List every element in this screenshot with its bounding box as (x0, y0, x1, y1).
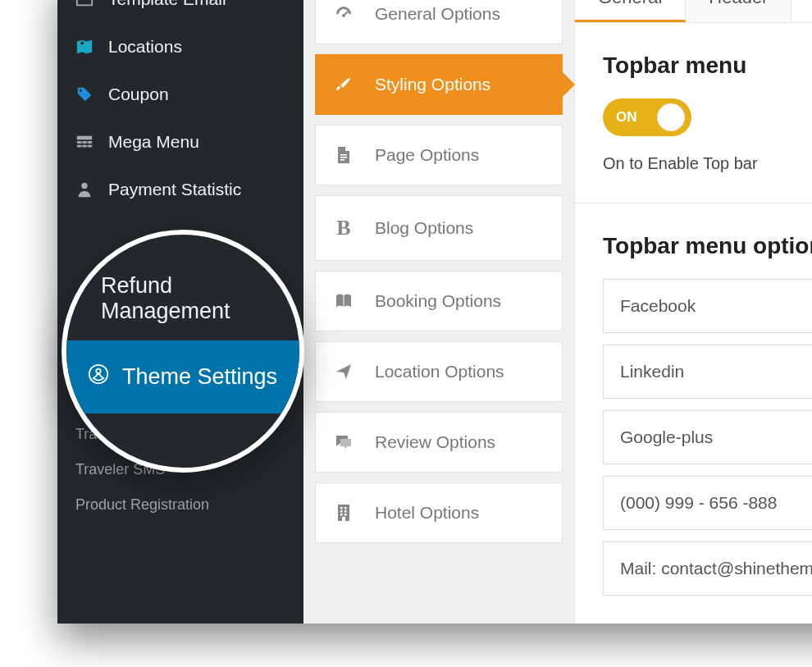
option-label: Page Options (375, 145, 479, 165)
magnifier-callout: Refund Management Theme Settings (62, 230, 304, 473)
options-column: General Options Styling Options Page Opt… (303, 0, 574, 624)
svg-rect-11 (340, 154, 347, 156)
svg-point-9 (81, 183, 87, 189)
option-booking[interactable]: Booking Options (315, 271, 563, 331)
map-icon (74, 38, 95, 56)
svg-rect-3 (77, 141, 82, 144)
sidebar-item-label: Locations (108, 37, 182, 57)
sidebar-item-label: Template Email (108, 0, 226, 9)
option-label: Hotel Options (375, 503, 479, 523)
magnifier-row-refund[interactable]: Refund Management (66, 257, 299, 340)
sidebar-item-label: Payment Statistic (108, 180, 241, 199)
svg-rect-12 (340, 157, 347, 158)
svg-rect-13 (340, 159, 344, 161)
svg-rect-15 (340, 507, 343, 509)
toggle-knob (657, 103, 685, 131)
svg-rect-6 (77, 145, 82, 148)
option-review[interactable]: Review Options (315, 412, 563, 473)
settings-panel: General Header Topbar menu ON On to Enab… (574, 0, 812, 624)
topbar-option-row[interactable]: Linkedin (603, 345, 812, 399)
option-label: Blog Options (375, 218, 473, 238)
svg-rect-5 (88, 141, 93, 144)
option-label: General Options (375, 4, 500, 24)
book-icon (332, 291, 355, 311)
svg-rect-8 (88, 145, 93, 148)
envelope-icon (74, 0, 95, 8)
brush-icon (332, 75, 355, 94)
svg-point-1 (80, 89, 82, 92)
svg-rect-2 (77, 136, 92, 140)
magnifier-label: Refund Management (101, 273, 276, 324)
bold-icon: B (332, 216, 355, 240)
option-general[interactable]: General Options (315, 0, 563, 44)
grid-icon (74, 133, 95, 151)
person-icon (74, 180, 95, 199)
panel-tabs: General Header (575, 0, 812, 23)
topbar-option-row[interactable]: Mail: contact@shinetheme.com (603, 541, 812, 596)
option-label: Review Options (375, 432, 495, 452)
topbar-option-row[interactable]: Google-plus (603, 410, 812, 464)
svg-rect-18 (344, 510, 347, 513)
svg-rect-20 (344, 514, 347, 516)
topbar-title: Topbar menu (603, 53, 812, 79)
magnifier-row-theme-settings[interactable]: Theme Settings (66, 340, 299, 413)
svg-point-0 (80, 42, 84, 45)
option-hotel[interactable]: Hotel Options (315, 482, 563, 543)
comments-icon (332, 432, 355, 452)
svg-rect-21 (342, 517, 345, 521)
gauge-icon (332, 4, 355, 24)
option-label: Booking Options (375, 291, 501, 311)
svg-rect-16 (344, 507, 347, 509)
sidebar-item-locations[interactable]: Locations (57, 23, 303, 71)
topbar-description: On to Enable Top bar (603, 154, 812, 173)
tag-icon (74, 85, 95, 103)
option-page[interactable]: Page Options (315, 125, 563, 185)
toggle-label: ON (616, 109, 637, 126)
tab-header[interactable]: Header (686, 0, 791, 22)
topbar-option-row[interactable]: Facebook (603, 279, 812, 333)
submenu-item-product-registration[interactable]: Product Registration (57, 487, 303, 523)
sidebar-item-label: Mega Menu (108, 132, 199, 152)
building-icon (332, 503, 355, 523)
svg-rect-17 (340, 510, 343, 513)
topbar-option-row[interactable]: (000) 999 - 656 -888 (603, 476, 812, 530)
sidebar-item-payment-statistic[interactable]: Payment Statistic (57, 166, 303, 213)
option-label: Location Options (375, 362, 504, 381)
option-label: Styling Options (375, 75, 490, 94)
arrow-icon (332, 362, 355, 381)
panel-body: Topbar menu ON On to Enable Top bar Topb… (575, 23, 812, 615)
sidebar-item-template-email[interactable]: Template Email (57, 0, 303, 23)
sidebar-item-label: Coupon (108, 85, 169, 104)
svg-rect-7 (82, 145, 87, 148)
magnifier-label: Theme Settings (122, 364, 277, 390)
sidebar-item-mega-menu[interactable]: Mega Menu (57, 118, 303, 166)
theme-settings-icon (86, 362, 111, 392)
option-location[interactable]: Location Options (315, 341, 563, 402)
svg-rect-4 (82, 141, 87, 144)
sidebar-item-coupon[interactable]: Coupon (57, 71, 303, 118)
topbar-options-title: Topbar menu options (603, 233, 812, 259)
svg-rect-19 (340, 514, 343, 516)
option-blog[interactable]: B Blog Options (315, 195, 563, 261)
option-styling[interactable]: Styling Options (315, 54, 563, 115)
topbar-toggle[interactable]: ON (603, 98, 691, 136)
page-icon (332, 145, 355, 165)
tab-general[interactable]: General (575, 0, 686, 22)
